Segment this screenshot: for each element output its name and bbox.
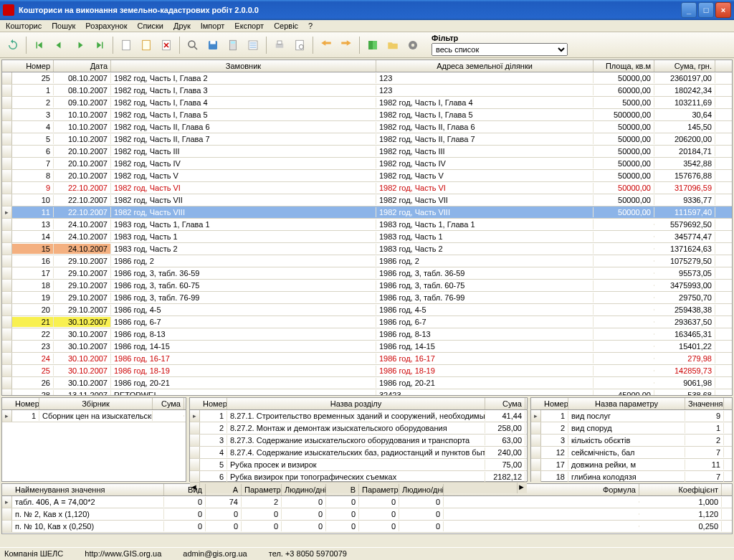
- nav-last-icon[interactable]: [91, 37, 108, 54]
- save-icon[interactable]: [204, 37, 221, 54]
- search-icon[interactable]: [184, 37, 201, 54]
- menu-koshtorys[interactable]: Кошторис: [6, 22, 42, 30]
- maximize-button[interactable]: □: [698, 2, 714, 18]
- list-item[interactable]: 6Рубка визирок при топографических съемк…: [190, 471, 527, 482]
- table-row[interactable]: ▸табл. 406, А = 74,00*2074200001,000: [2, 496, 732, 508]
- main-grid-body[interactable]: 2508.10.20071982 год, Часть I, Глава 212…: [2, 72, 732, 395]
- nav-next-icon[interactable]: [71, 37, 88, 54]
- svg-rect-1: [143, 40, 151, 50]
- svg-rect-5: [210, 41, 216, 44]
- svg-point-3: [189, 41, 195, 47]
- table-row[interactable]: 620.10.20071982 год, Часть III1982 год, …: [2, 146, 732, 158]
- new-doc-icon[interactable]: [118, 37, 135, 54]
- list-item[interactable]: 3кількість обєктів2: [531, 435, 732, 447]
- table-row[interactable]: 2029.10.20071986 год, 4-51986 год, 4-525…: [2, 304, 732, 316]
- filter-label: Фільтр: [432, 34, 568, 42]
- param-grid: Номер Назва параметру Значення ▸1вид пос…: [530, 397, 733, 482]
- window-title: Кошториси на виконання земельно-кадастро…: [19, 6, 681, 14]
- list-item[interactable]: ▸1вид послуг9: [531, 410, 732, 422]
- nav-first-icon[interactable]: [31, 37, 48, 54]
- status-email: admin@gis.org.ua: [183, 549, 247, 559]
- col-date[interactable]: Дата: [54, 60, 111, 72]
- calc-icon[interactable]: [224, 37, 242, 54]
- table-row[interactable]: 209.10.20071982 год, Часть I, Глава 4198…: [2, 97, 732, 109]
- table-row[interactable]: п. № 2, Кав x (1,120)00000001,120: [2, 508, 732, 521]
- table-row[interactable]: 720.10.20071982 год, Часть IV1982 год, Ч…: [2, 158, 732, 170]
- menu-servis[interactable]: Сервіс: [274, 22, 298, 30]
- bottom-grid: Найменування значення Вид А Параметр Люд…: [1, 483, 733, 534]
- delete-doc-icon[interactable]: [158, 37, 175, 54]
- list-item[interactable]: 28.27.2. Монтаж и демонтаж изыскательско…: [190, 422, 527, 435]
- menu-spysky[interactable]: Списки: [137, 22, 163, 30]
- open-doc-icon[interactable]: [138, 37, 155, 54]
- menu-druk[interactable]: Друк: [173, 22, 191, 30]
- gear-icon[interactable]: [404, 37, 421, 54]
- table-row[interactable]: 2330.10.20071986 год, 14-151986 год, 14-…: [2, 341, 732, 353]
- col-sum[interactable]: Сума, грн.: [654, 60, 715, 72]
- status-phone: тел. +3 8050 5970079: [269, 549, 347, 559]
- menu-poshuk[interactable]: Пошук: [52, 22, 75, 30]
- list-item[interactable]: 12сейсмічність, бал7: [531, 447, 732, 459]
- menu-help[interactable]: ?: [308, 22, 313, 30]
- table-row[interactable]: 2230.10.20071986 год, 8-131986 год, 8-13…: [2, 328, 732, 341]
- table-row[interactable]: 108.10.20071982 год, Часть I, Глава 3123…: [2, 85, 732, 97]
- list-item[interactable]: ▸18.27.1. Строительство временных зданий…: [190, 410, 527, 422]
- list-item[interactable]: 17довжина рейки, м11: [531, 459, 732, 471]
- menubar: Кошторис Пошук Розрахунок Списки Друк Ім…: [0, 20, 734, 32]
- table-row[interactable]: ▸1122.10.20071982 год, Часть VIII1982 го…: [2, 207, 732, 219]
- print-icon[interactable]: [271, 37, 288, 54]
- menu-rozrakhunok[interactable]: Розрахунок: [85, 22, 127, 30]
- list-icon[interactable]: [244, 37, 262, 54]
- menu-export[interactable]: Експорт: [234, 22, 264, 30]
- table-row[interactable]: 2130.10.20071986 год, 6-71986 год, 6-729…: [2, 316, 732, 328]
- list-item[interactable]: 48.27.4. Содержание изыскательских баз, …: [190, 447, 527, 459]
- minimize-button[interactable]: _: [681, 2, 697, 18]
- main-grid: Номер Дата Замовник Адреса земельної діл…: [1, 60, 733, 396]
- nav-prev-icon[interactable]: [51, 37, 68, 54]
- filter-select[interactable]: весь список: [432, 43, 568, 56]
- close-button[interactable]: ×: [715, 2, 731, 18]
- table-row[interactable]: 2530.10.20071986 год, 18-191986 год, 18-…: [2, 365, 732, 377]
- export-icon[interactable]: [338, 37, 355, 54]
- table-row[interactable]: 2630.10.20071986 год, 20-211986 год, 20-…: [2, 377, 732, 389]
- table-row[interactable]: 1629.10.20071986 год, 21986 год, 2107527…: [2, 255, 732, 267]
- table-row[interactable]: 820.10.20071982 год, Часть V1982 год, Ча…: [2, 170, 732, 182]
- book-icon[interactable]: [364, 37, 381, 54]
- table-row[interactable]: 510.10.20071982 год, Часть II, Глава 719…: [2, 133, 732, 146]
- svg-rect-10: [277, 41, 282, 44]
- list-item[interactable]: 18глибина колодязя7: [531, 471, 732, 482]
- statusbar: Компанія ШЕЛС http://www.GIS.org.ua admi…: [0, 547, 734, 560]
- col-customer[interactable]: Замовник: [111, 60, 376, 72]
- table-row[interactable]: 2430.10.20071986 год, 16-171986 год, 16-…: [2, 353, 732, 365]
- table-row[interactable]: 922.10.20071982 год, Часть VI1982 год, Ч…: [2, 182, 732, 194]
- table-row[interactable]: 2508.10.20071982 год, Часть I, Глава 212…: [2, 72, 732, 85]
- col-area[interactable]: Площа, кв.м: [594, 60, 654, 72]
- table-row[interactable]: 410.10.20071982 год, Часть II, Глава 619…: [2, 121, 732, 133]
- table-row[interactable]: 1829.10.20071986 год, 3, табл. 60-751986…: [2, 280, 732, 292]
- import-icon[interactable]: [318, 37, 335, 54]
- folder-icon[interactable]: [384, 37, 401, 54]
- toolbar: Фільтр весь список: [0, 32, 734, 58]
- table-row[interactable]: 1524.10.20071983 год, Часть 21983 год, Ч…: [2, 243, 732, 255]
- svg-rect-7: [231, 41, 235, 43]
- list-item[interactable]: 5Рубка просек и визирок75,00: [190, 459, 527, 471]
- table-row[interactable]: 1324.10.20071983 год, Часть 1, Глава 119…: [2, 219, 732, 231]
- table-row[interactable]: п. № 10, Кав x (0,250)00000000,250: [2, 521, 732, 533]
- table-row[interactable]: 310.10.20071982 год, Часть I, Глава 5198…: [2, 109, 732, 121]
- table-row[interactable]: 2813.11.2007RETOPWEI3242345000,00538,68: [2, 389, 732, 395]
- list-item[interactable]: 2вид споруд1: [531, 422, 732, 435]
- table-row[interactable]: 1424.10.20071983 год, Часть 11983 год, Ч…: [2, 231, 732, 243]
- svg-point-14: [411, 43, 415, 47]
- table-row[interactable]: 1729.10.20071986 год, 3, табл. 36-591986…: [2, 267, 732, 280]
- titlebar: Кошториси на виконання земельно-кадастро…: [0, 0, 734, 20]
- section-grid: Номер Назва розділу Сума ▸18.27.1. Строи…: [189, 397, 528, 482]
- table-row[interactable]: 1022.10.20071982 год, Часть VII1982 год,…: [2, 194, 732, 207]
- table-row[interactable]: 1929.10.20071986 год, 3, табл. 76-991986…: [2, 292, 732, 304]
- list-item[interactable]: 38.27.3. Содержание изыскательского обор…: [190, 435, 527, 447]
- list-item[interactable]: ▸1Сборник цен на изыскательские: [2, 410, 186, 422]
- preview-icon[interactable]: [291, 37, 308, 54]
- col-number[interactable]: Номер: [12, 60, 54, 72]
- refresh-icon[interactable]: [4, 37, 22, 54]
- col-address[interactable]: Адреса земельної ділянки: [376, 60, 594, 72]
- menu-import[interactable]: Імпорт: [201, 22, 225, 30]
